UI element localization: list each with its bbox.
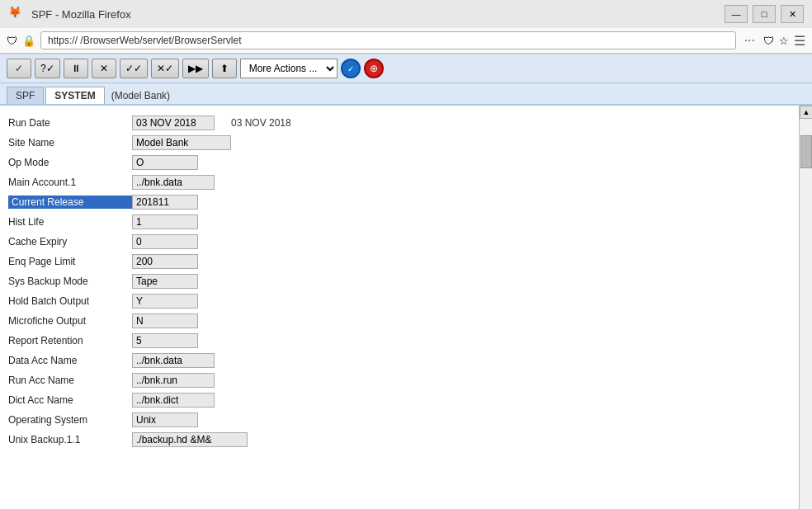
spf-tab[interactable]: SPF [7,87,44,104]
operating-system-row: Operating System [8,411,791,429]
op-mode-row: Op Mode [8,153,791,172]
maximize-button[interactable]: □ [753,5,776,23]
scroll-up-arrow[interactable]: ▲ [800,106,812,119]
scroll-thumb[interactable] [800,135,812,168]
model-bank-label: (Model Bank) [106,87,175,104]
dict-acc-name-label: Dict Acc Name [8,394,132,406]
cache-expiry-input[interactable] [132,234,198,249]
data-acc-name-input[interactable] [132,353,215,368]
form-area: Run Date 03 NOV 2018 Site Name Op Mode M… [0,106,799,509]
hold-batch-output-input[interactable] [132,294,198,309]
unix-backup-label: Unix Backup.1.1 [8,434,132,445]
run-acc-name-input[interactable] [132,373,215,388]
cache-expiry-label: Cache Expiry [8,236,132,247]
sys-backup-mode-row: Sys Backup Mode [8,272,791,290]
main-account-label: Main Account.1 [8,177,132,188]
hist-life-input[interactable] [132,214,198,229]
run-date-input[interactable] [132,115,215,130]
main-content: Run Date 03 NOV 2018 Site Name Op Mode M… [0,106,812,509]
close-button[interactable]: ✕ [781,5,804,23]
lifesaver-icon: ⊕ [370,63,378,74]
run-acc-name-label: Run Acc Name [8,375,132,386]
pause-btn[interactable]: ⏸ [64,59,88,78]
main-account-input[interactable] [132,175,215,190]
cancel-check-btn[interactable]: ✕✓ [151,59,179,78]
dict-acc-name-row: Dict Acc Name [8,391,791,409]
op-mode-label: Op Mode [8,157,132,168]
title-bar: 🦊 SPF - Mozilla Firefox — □ ✕ [0,0,812,28]
address-bar: 🛡 🔒 https:// /BrowserWeb/servlet/Browser… [0,28,812,54]
site-name-input[interactable] [132,135,231,150]
unix-backup-input[interactable] [132,432,248,447]
star-icon[interactable]: ☆ [779,35,789,47]
enq-page-limit-row: Enq Page Limit [8,252,791,271]
minimize-button[interactable]: — [725,5,748,23]
microfiche-output-row: Microfiche Output [8,312,791,330]
forward-btn[interactable]: ▶▶ [182,59,209,78]
tab-bar: SPF SYSTEM (Model Bank) [0,83,812,106]
dict-acc-name-input[interactable] [132,393,215,408]
site-name-label: Site Name [8,137,132,148]
sys-backup-mode-input[interactable] [132,274,198,289]
cache-expiry-row: Cache Expiry [8,233,791,251]
operating-system-input[interactable] [132,412,198,427]
confirm-circle-button[interactable]: ✓ [341,59,361,78]
run-acc-name-row: Run Acc Name [8,371,791,389]
more-actions-dropdown[interactable]: More Actions ... [240,59,338,78]
operating-system-label: Operating System [8,414,132,426]
main-account-row: Main Account.1 [8,173,791,191]
current-release-label: Current Release [8,196,132,209]
microfiche-output-label: Microfiche Output [8,315,132,327]
system-tab[interactable]: SYSTEM [45,87,104,104]
window-title: SPF - Mozilla Firefox [31,8,725,21]
vertical-scrollbar[interactable]: ▲ ▼ [799,106,812,509]
sys-backup-mode-label: Sys Backup Mode [8,276,132,287]
hamburger-menu-icon[interactable]: ☰ [794,33,805,49]
hold-batch-output-row: Hold Batch Output [8,292,791,310]
double-check-btn[interactable]: ✓✓ [120,59,148,78]
shield-icon: 🛡 [7,35,17,47]
run-date-extra: 03 NOV 2018 [231,117,291,129]
menu-dots-icon[interactable]: ··· [741,33,758,48]
cancel-btn[interactable]: ✕ [92,59,116,78]
url-input[interactable]: https:// /BrowserWeb/servlet/BrowserServ… [40,31,736,49]
window-controls: — □ ✕ [725,5,804,23]
report-retention-input[interactable] [132,333,198,348]
op-mode-input[interactable] [132,155,198,170]
hist-life-row: Hist Life [8,213,791,231]
run-date-row: Run Date 03 NOV 2018 [8,114,791,132]
unix-backup-row: Unix Backup.1.1 [8,431,791,449]
current-release-input[interactable] [132,195,198,210]
checkmark-icon: ✓ [347,64,354,73]
firefox-icon: 🦊 [8,6,25,22]
report-retention-row: Report Retention [8,332,791,350]
run-date-label: Run Date [8,117,132,129]
question-check-btn[interactable]: ?✓ [35,59,60,78]
hold-batch-output-label: Hold Batch Output [8,295,132,307]
data-acc-name-row: Data Acc Name [8,351,791,370]
enq-page-limit-input[interactable] [132,254,198,269]
help-circle-button[interactable]: ⊕ [364,59,384,78]
bookmark-icon[interactable]: 🛡 [763,35,774,47]
enq-page-limit-label: Enq Page Limit [8,256,132,267]
report-retention-label: Report Retention [8,335,132,346]
hist-life-label: Hist Life [8,216,132,228]
toolbar: ✓ ?✓ ⏸ ✕ ✓✓ ✕✓ ▶▶ ⬆ More Actions ... ✓ ⊕ [0,54,812,83]
site-name-row: Site Name [8,134,791,152]
current-release-row: Current Release [8,193,791,211]
upload-btn[interactable]: ⬆ [212,59,237,78]
lock-icon: 🔒 [22,35,35,47]
microfiche-output-input[interactable] [132,313,198,328]
data-acc-name-label: Data Acc Name [8,355,132,366]
check-btn[interactable]: ✓ [7,59,31,78]
